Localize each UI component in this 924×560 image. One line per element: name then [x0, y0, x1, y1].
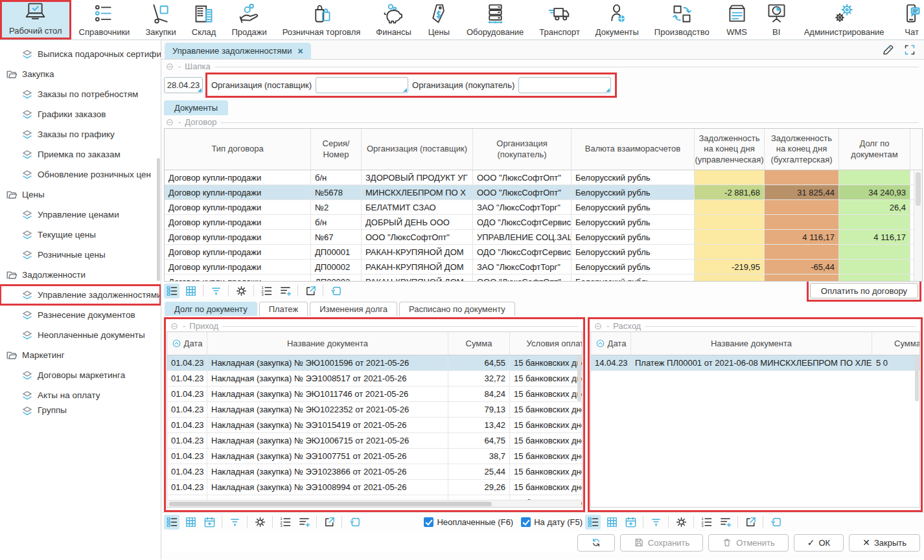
sidebar-item[interactable]: Акты на оплату — [0, 385, 161, 405]
cancel-button[interactable]: Отменить — [708, 534, 788, 552]
close-button[interactable]: ✕Закрыть — [849, 534, 920, 552]
sidebar-item[interactable]: Выписка подарочных сертифик — [0, 44, 161, 64]
expand-icon[interactable] — [903, 43, 916, 56]
menu-item-bi[interactable]: BI — [757, 0, 796, 39]
contract-column-header[interactable]: Валюта взаиморасчетов — [572, 129, 695, 170]
menu-item-sales[interactable]: Продажи — [224, 0, 274, 39]
sidebar-item[interactable]: Обновление розничных цен — [0, 164, 161, 185]
menu-item-documents[interactable]: Документы — [588, 0, 647, 39]
checkbox-icon[interactable] — [424, 517, 433, 527]
sidebar-item[interactable]: Приемка по заказам — [0, 144, 161, 164]
prihod-tool-export-icon[interactable] — [321, 515, 337, 530]
rashod-vscrollbar[interactable] — [915, 356, 919, 401]
sidebar-scrollbar[interactable] — [157, 158, 160, 281]
sidebar-item[interactable]: Управление задолженностями — [0, 285, 161, 305]
rashod-column-header[interactable]: Название документа — [631, 332, 872, 355]
collapse-icon[interactable] — [170, 322, 179, 331]
prihod-row[interactable]: 01.04.23Накладная (закупка) № ЭЮ1011746 … — [167, 386, 582, 402]
contract-tool-filter-icon[interactable] — [208, 284, 224, 298]
prihod-row[interactable]: 01.04.23Накладная (закупка) № ЭЮ1001596 … — [167, 355, 582, 371]
save-button[interactable]: Сохранить — [620, 534, 704, 552]
detail-tab-1[interactable]: Платеж — [259, 302, 308, 316]
rashod-tool-grid-icon[interactable] — [604, 515, 619, 530]
menu-item-transport[interactable]: Транспорт — [531, 0, 588, 39]
contract-column-header[interactable]: Организация (покупатель) — [473, 129, 572, 170]
checkbox-on-date[interactable]: На дату (F5) — [521, 517, 583, 527]
prihod-tool-listview-icon[interactable] — [164, 515, 179, 530]
contract-tool-grid-icon[interactable] — [183, 284, 198, 298]
contract-column-header[interactable]: Задолженность на конец дня (управленческ… — [695, 129, 765, 170]
checkbox-icon[interactable] — [521, 517, 531, 527]
ok-button[interactable]: ✓ОК — [794, 534, 844, 552]
prihod-row[interactable]: 01.04.23Накладная (закупка) № ЭЮ1006715 … — [167, 433, 582, 449]
menu-item-references[interactable]: Справочники — [71, 0, 138, 39]
contract-column-header[interactable]: Тип договора — [165, 129, 311, 170]
prihod-row[interactable]: 01.04.23Накладная (закупка) № ЭЭ1007751 … — [167, 449, 582, 464]
menu-item-desktop[interactable]: Рабочий стол — [0, 0, 71, 39]
tab-close-icon[interactable]: × — [297, 47, 303, 55]
prihod-row[interactable]: 01.04.23Накладная (закупка) № ЭЭ1023866 … — [167, 464, 582, 480]
sidebar-item[interactable]: Графики заказов — [0, 104, 161, 124]
prihod-row[interactable]: 01.04.23Накладная (закупка) № ЭЮ1022352 … — [167, 402, 582, 418]
sidebar-item[interactable]: Управление ценами — [0, 205, 161, 225]
sidebar-item[interactable]: Заказы по графику — [0, 124, 161, 144]
sidebar-item[interactable]: Договоры маркетинга — [0, 365, 161, 385]
contract-row[interactable]: Договор купли-продажиДП00002РАКАН-КРУПЯН… — [165, 260, 922, 274]
prihod-tool-filter-icon[interactable] — [227, 515, 242, 530]
sidebar-item[interactable]: Текущие цены — [0, 225, 161, 245]
menu-item-prices[interactable]: Цены — [419, 0, 459, 39]
tab-debt-management[interactable]: Управление задолженностями × — [165, 43, 311, 59]
rashod-tool-reload-icon[interactable] — [768, 515, 783, 530]
edit-pencil-icon[interactable] — [881, 43, 894, 56]
prihod-vscrollbar[interactable] — [577, 356, 581, 401]
collapse-icon[interactable] — [165, 62, 174, 71]
collapse-icon[interactable] — [594, 322, 603, 331]
sidebar-item[interactable]: Розничные цены — [0, 245, 161, 265]
prihod-column-header[interactable]: Название документа — [207, 332, 448, 355]
rashod-tool-filter-icon[interactable] — [648, 515, 664, 530]
sidebar-item[interactable]: Задолженности — [0, 265, 161, 285]
sidebar-item[interactable]: Цены — [0, 185, 161, 205]
menu-item-equipment[interactable]: Оборудование — [459, 0, 531, 39]
sidebar-item[interactable]: Маркетинг — [0, 345, 161, 365]
rashod-tool-calendar-icon[interactable] — [623, 515, 638, 530]
contract-row[interactable]: Договор купли-продажи№2БЕЛАТМИТ СЗАОЗАО … — [165, 200, 922, 215]
buyer-org-input[interactable] — [518, 77, 611, 93]
contract-tool-addrow-icon[interactable] — [277, 284, 293, 298]
sidebar-item[interactable]: Неоплаченные документы — [0, 325, 161, 345]
detail-tab-2[interactable]: Изменения долга — [310, 302, 397, 316]
contract-row[interactable]: Договор купли-продажи№5678МИНСКХЛЕБПРОМ … — [165, 185, 922, 200]
sidebar-item[interactable]: Группы — [0, 405, 161, 416]
menu-item-retail[interactable]: Розничная торговля — [275, 0, 369, 39]
sidebar-item[interactable]: Закупка — [0, 64, 161, 84]
prihod-tool-numbered-icon[interactable]: 123 — [277, 515, 293, 530]
contract-tool-numbered-icon[interactable]: 123 — [259, 284, 274, 298]
contract-tool-export-icon[interactable] — [303, 284, 318, 298]
menu-item-wms[interactable]: WMS — [717, 0, 757, 39]
rashod-tool-numbered-icon[interactable]: 123 — [699, 515, 714, 530]
rashod-row[interactable]: 14.04.23Платеж ПЛ00001 от 2021-06-08 МИН… — [591, 355, 919, 371]
contract-row[interactable]: Договор купли-продажиДП00001РАКАН-КРУПЯН… — [165, 245, 922, 260]
menu-item-purchases[interactable]: Закупки — [137, 0, 183, 39]
prihod-tool-calendar-icon[interactable] — [202, 515, 217, 530]
prihod-tool-gear-icon[interactable] — [252, 515, 268, 530]
sidebar-item[interactable]: Заказы по потребностям — [0, 84, 161, 104]
menu-item-warehouse[interactable]: Склад — [184, 0, 224, 39]
rashod-column-header[interactable]: Дата — [591, 332, 631, 355]
prihod-tool-addrow-icon[interactable] — [296, 515, 312, 530]
refresh-button[interactable] — [577, 534, 615, 552]
date-field[interactable]: 28.04.23 — [164, 77, 203, 93]
prihod-hscrollbar[interactable] — [168, 500, 581, 507]
supplier-org-input[interactable] — [316, 77, 408, 93]
contract-column-header[interactable]: Организация (поставщик) — [362, 129, 473, 170]
rashod-tool-listview-icon[interactable] — [585, 515, 601, 530]
rashod-tool-addrow-icon[interactable] — [717, 515, 733, 530]
prihod-row[interactable]: 01.04.23Накладная (закупка) № ЭЭ1015419 … — [167, 418, 582, 433]
contract-column-header[interactable]: Задолженность на конец дня (бухгалтерска… — [765, 129, 839, 170]
contract-tool-listview-icon[interactable] — [164, 284, 179, 298]
contract-column-header[interactable]: Серия/ Номер — [311, 129, 362, 170]
detail-tab-3[interactable]: Расписано по документу — [399, 302, 515, 316]
menu-item-production[interactable]: Производство — [647, 0, 717, 39]
contract-row[interactable]: Договор купли-продажиб/нДОБРЫЙ ДЕНЬ ОООО… — [165, 215, 922, 230]
prihod-tool-reload-icon[interactable] — [347, 515, 362, 530]
